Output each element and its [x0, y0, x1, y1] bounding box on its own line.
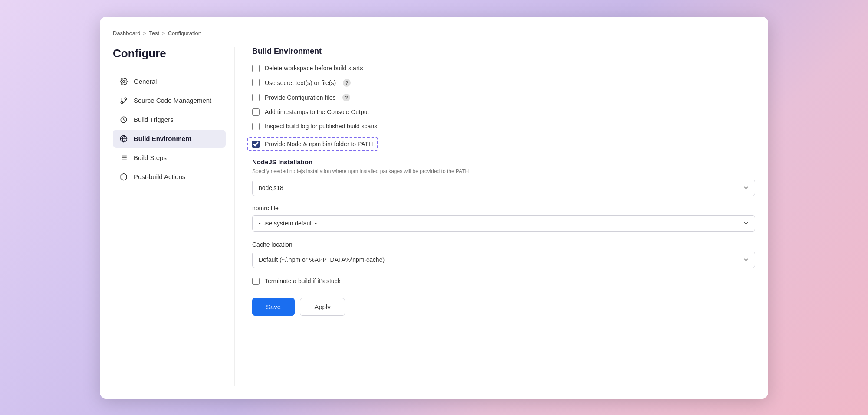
- timer-icon: [119, 115, 128, 124]
- nodejs-section-desc: Specify needed nodejs installation where…: [252, 167, 755, 175]
- delete-workspace-checkbox[interactable]: [252, 65, 260, 72]
- add-timestamps-checkbox[interactable]: [252, 108, 260, 116]
- checkbox-terminate: Terminate a build if it's stuck: [252, 278, 755, 285]
- sidebar-item-source-code[interactable]: Source Code Management: [113, 91, 226, 110]
- cache-group: Cache location Default (~/.npm or %APP_D…: [252, 241, 755, 268]
- add-timestamps-label: Add timestamps to the Console Output: [265, 108, 369, 115]
- breadcrumb-sep-1: >: [143, 30, 147, 36]
- provide-node-checkbox[interactable]: [252, 141, 260, 148]
- main-window: Dashboard > Test > Configuration Configu…: [100, 17, 768, 399]
- sidebar-item-triggers-label: Build Triggers: [134, 116, 174, 123]
- checkbox-delete-workspace: Delete workspace before build starts: [252, 65, 755, 72]
- globe-icon: [119, 134, 128, 144]
- sidebar-item-source-label: Source Code Management: [134, 97, 211, 104]
- inspect-log-checkbox[interactable]: [252, 123, 260, 130]
- layout: Configure General: [113, 47, 755, 386]
- sidebar: Configure General: [113, 47, 234, 386]
- checkbox-use-secret: Use secret text(s) or file(s) ?: [252, 79, 755, 87]
- svg-point-3: [121, 101, 123, 104]
- nodejs-section: NodeJS Installation Specify needed nodej…: [252, 158, 755, 196]
- provide-config-label: Provide Configuration files: [265, 94, 335, 101]
- sidebar-item-build-steps[interactable]: Build Steps: [113, 149, 226, 167]
- sidebar-item-general[interactable]: General: [113, 72, 226, 91]
- breadcrumb-sep-2: >: [162, 30, 165, 36]
- svg-point-0: [123, 80, 125, 82]
- svg-point-2: [125, 98, 127, 100]
- use-secret-label: Use secret text(s) or file(s): [265, 79, 336, 86]
- nodejs-installation-select[interactable]: nodejs18 nodejs16 nodejs14: [252, 180, 755, 196]
- gear-icon: [119, 77, 128, 86]
- sidebar-item-build-environment[interactable]: Build Environment: [113, 130, 226, 148]
- npmrc-select[interactable]: - use system default - Custom None: [252, 215, 755, 232]
- provide-config-checkbox[interactable]: [252, 94, 260, 101]
- checkbox-provide-node: Provide Node & npm bin/ folder to PATH: [247, 137, 378, 151]
- nodejs-section-title: NodeJS Installation: [252, 158, 755, 166]
- delete-workspace-label: Delete workspace before build starts: [265, 65, 363, 72]
- sidebar-item-environment-label: Build Environment: [134, 135, 191, 142]
- breadcrumb-dashboard[interactable]: Dashboard: [113, 30, 141, 36]
- apply-button[interactable]: Apply: [300, 298, 345, 316]
- inspect-log-label: Inspect build log for published build sc…: [265, 123, 377, 130]
- terminate-stuck-label: Terminate a build if it's stuck: [265, 278, 341, 284]
- list-icon: [119, 153, 128, 163]
- checkbox-provide-config: Provide Configuration files ?: [252, 94, 755, 101]
- cube-icon: [119, 172, 128, 182]
- use-secret-checkbox[interactable]: [252, 79, 260, 86]
- breadcrumb: Dashboard > Test > Configuration: [113, 30, 755, 36]
- main-content: Build Environment Delete workspace befor…: [234, 47, 755, 386]
- sidebar-item-postbuild-label: Post-build Actions: [134, 173, 185, 180]
- action-buttons: Save Apply: [252, 298, 755, 316]
- save-button[interactable]: Save: [252, 298, 295, 316]
- cache-label: Cache location: [252, 241, 755, 248]
- sidebar-item-build-triggers[interactable]: Build Triggers: [113, 111, 226, 129]
- sidebar-item-post-build[interactable]: Post-build Actions: [113, 168, 226, 186]
- breadcrumb-configuration: Configuration: [168, 30, 201, 36]
- sidebar-item-steps-label: Build Steps: [134, 154, 167, 161]
- checkbox-add-timestamps: Add timestamps to the Console Output: [252, 108, 755, 116]
- npmrc-group: npmrc file - use system default - Custom…: [252, 205, 755, 232]
- use-secret-help-icon[interactable]: ?: [343, 79, 351, 87]
- provide-config-help-icon[interactable]: ?: [342, 94, 350, 101]
- section-title: Build Environment: [252, 47, 755, 56]
- terminate-stuck-checkbox[interactable]: [252, 278, 260, 285]
- cache-select[interactable]: Default (~/.npm or %APP_DATA%\npm-cache)…: [252, 252, 755, 268]
- sidebar-title: Configure: [113, 47, 226, 60]
- npmrc-label: npmrc file: [252, 205, 755, 212]
- sidebar-item-general-label: General: [134, 78, 157, 85]
- checkbox-inspect-log: Inspect build log for published build sc…: [252, 123, 755, 130]
- breadcrumb-test[interactable]: Test: [149, 30, 159, 36]
- branch-icon: [119, 96, 128, 105]
- provide-node-label: Provide Node & npm bin/ folder to PATH: [265, 141, 373, 147]
